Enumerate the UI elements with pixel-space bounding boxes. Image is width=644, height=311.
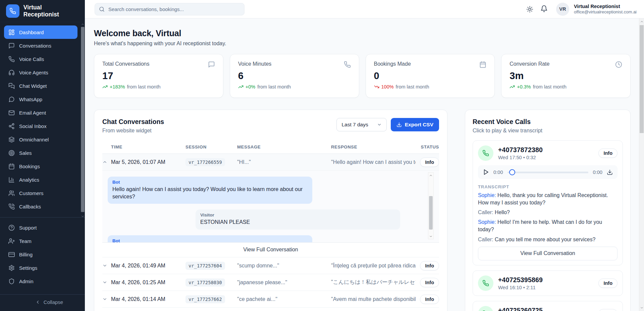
stat-card-conversion-rate: Conversion Rate3m+0.3%from last month	[501, 54, 631, 98]
collapse-button[interactable]: Collapse	[35, 299, 63, 305]
search-input[interactable]	[95, 3, 245, 15]
player-seek-slider[interactable]	[507, 169, 589, 175]
sidebar-item-voice-calls[interactable]: Voice Calls	[4, 52, 77, 66]
call-number: +40725260725	[498, 307, 543, 311]
sidebar-item-callbacks[interactable]: Callbacks	[4, 200, 77, 213]
user-block[interactable]: Virtual Receptionist office@virtualrecep…	[574, 3, 637, 15]
theme-toggle-button[interactable]	[526, 6, 533, 13]
page-scrollbar-thumb[interactable]	[640, 25, 644, 133]
stat-trend: +0.3%	[517, 84, 531, 89]
chat-panel-header: Chat Conversations From website widget L…	[102, 118, 439, 134]
user-name: Virtual Receptionist	[574, 3, 637, 9]
sidebar-item-admin[interactable]: Admin	[4, 274, 77, 288]
chat-bubble-visitor: VisitorESTONIAN PLEASE	[196, 209, 400, 230]
bell-icon	[540, 5, 548, 12]
page-scrollbar[interactable]	[639, 18, 644, 311]
row-session: vr_177258030	[185, 278, 237, 287]
page-scroll-down-icon[interactable]	[639, 305, 644, 310]
date-range-select[interactable]: Last 7 days	[336, 118, 386, 131]
view-full-conversation-link[interactable]: View Full Conversation	[102, 242, 439, 257]
avatar[interactable]: VR	[556, 3, 569, 16]
info-button[interactable]: Info	[420, 295, 439, 304]
sidebar-item-whatsapp[interactable]: WhatsApp	[4, 92, 77, 106]
sidebar-item-label: WhatsApp	[19, 97, 42, 102]
sidebar-item-chat-widget[interactable]: Chat Widget	[4, 79, 77, 92]
sidebar-item-social-inbox[interactable]: Social Inbox	[4, 119, 77, 133]
sidebar-item-voice-agents[interactable]: Voice Agents	[4, 66, 77, 79]
sidebar-item-support[interactable]: Support	[4, 221, 77, 234]
row-response: "Hello again! How can I assist you toda.…	[331, 159, 416, 165]
notifications-button[interactable]	[540, 5, 548, 13]
row-message: "ce pachete ai..."	[237, 296, 331, 302]
sidebar-item-label: Dashboard	[19, 29, 44, 35]
table-row[interactable]: Mar 4, 2026, 01:14 AMvr_177257662"ce pac…	[102, 291, 439, 308]
voice-call-card[interactable]: +40725395869Wed 16:10 • 2:11Info	[473, 270, 623, 296]
sidebar-nav-secondary: SupportTeamBillingSettingsAdmin	[0, 221, 85, 289]
voice-call-card[interactable]: +40725260725Tue 12:39 • 0:47Info	[473, 301, 623, 311]
info-button[interactable]: Info	[598, 309, 618, 311]
phone-icon	[478, 306, 493, 311]
chevron-down-icon[interactable]	[428, 234, 433, 239]
sidebar-item-customers[interactable]: Customers	[4, 186, 77, 200]
table-row[interactable]: Mar 5, 2026, 01:07 AMvr_177266559"HI..."…	[102, 154, 439, 171]
sidebar-scrollbar[interactable]	[80, 22, 85, 218]
conversation-scrollbar-thumb[interactable]	[429, 196, 433, 230]
sidebar-item-dashboard[interactable]: Dashboard	[4, 25, 77, 39]
download-recording-button[interactable]	[607, 169, 613, 175]
info-button[interactable]: Info	[598, 148, 618, 158]
page-scroll-up-icon[interactable]	[639, 19, 644, 24]
player-seek-thumb[interactable]	[509, 169, 515, 175]
table-row[interactable]: Mar 4, 2026, 01:49 AMvr_177257604"scump …	[102, 257, 439, 274]
trending-up-icon	[238, 84, 244, 89]
sidebar: Virtual Receptionist DashboardConversati…	[0, 0, 85, 311]
clock-icon	[615, 61, 622, 68]
scroll-down-icon[interactable]	[80, 214, 85, 218]
conversation-scrollbar[interactable]	[428, 172, 434, 239]
view-full-conversation-button[interactable]: View Full Conversation	[478, 247, 618, 260]
sidebar-item-label: Billing	[19, 252, 33, 257]
table-row[interactable]: Info	[102, 308, 439, 311]
sidebar-item-sales[interactable]: Sales	[4, 146, 77, 160]
table-row[interactable]: Mar 4, 2026, 01:25 AMvr_177258030"japane…	[102, 274, 439, 291]
row-time: Mar 4, 2026, 01:14 AM	[111, 296, 185, 302]
row-status: Info	[416, 295, 439, 304]
column-header-time: TIME	[111, 144, 185, 149]
sidebar-item-label: Callbacks	[19, 204, 41, 209]
transcript-speaker: Sophie:	[478, 219, 496, 225]
sidebar-item-label: Chat Widget	[19, 83, 47, 89]
sidebar-item-analytics[interactable]: Analytics	[4, 173, 77, 186]
sidebar-item-omnichannel[interactable]: Omnichannel	[4, 133, 77, 146]
sidebar-scrollbar-thumb[interactable]	[81, 27, 85, 212]
player-current-time: 0:00	[493, 170, 503, 175]
stat-value: 0	[374, 70, 487, 81]
sidebar-item-settings[interactable]: Settings	[4, 261, 77, 274]
sidebar-item-team[interactable]: Team	[4, 234, 77, 248]
sidebar-item-label: Conversations	[19, 43, 51, 49]
transcript-text: Hello, thank you for calling Virtual Rec…	[478, 192, 608, 205]
info-button[interactable]: Info	[420, 261, 439, 270]
credit-card-icon	[8, 251, 15, 258]
voice-call-card[interactable]: +40737872380Wed 17:50 • 0:32Info0:000:00…	[473, 140, 623, 265]
transcript-label: TRANSCRIPT	[478, 184, 618, 189]
sidebar-item-label: Support	[19, 225, 37, 231]
sidebar-item-billing[interactable]: Billing	[4, 248, 77, 261]
info-button[interactable]: Info	[420, 158, 439, 167]
mail-icon	[8, 110, 15, 116]
scroll-up-icon[interactable]	[80, 22, 85, 26]
app-logo[interactable]: Virtual Receptionist	[6, 4, 79, 18]
play-button[interactable]	[483, 169, 489, 175]
chevron-up-icon[interactable]	[428, 173, 433, 178]
sidebar-item-email-agent[interactable]: Email Agent	[4, 106, 77, 119]
transcript-line: Sophie: Hello, thank you for calling Vir…	[478, 192, 618, 206]
sidebar-item-conversations[interactable]: Conversations	[4, 39, 77, 52]
recent-voice-calls-panel: Recent Voice Calls Click to play & view …	[465, 110, 631, 311]
stat-card-bookings-made: Bookings Made0100%from last month	[366, 54, 495, 98]
stats-row: Total Conversations17+183%from last mont…	[94, 54, 631, 98]
chevron-down-icon	[102, 263, 107, 268]
export-csv-button[interactable]: Export CSV	[391, 118, 439, 131]
info-button[interactable]: Info	[598, 278, 618, 288]
headphones-icon	[8, 69, 15, 76]
sidebar-item-bookings[interactable]: Bookings	[4, 160, 77, 173]
layout-dashboard-icon	[8, 29, 15, 36]
info-button[interactable]: Info	[420, 278, 439, 287]
